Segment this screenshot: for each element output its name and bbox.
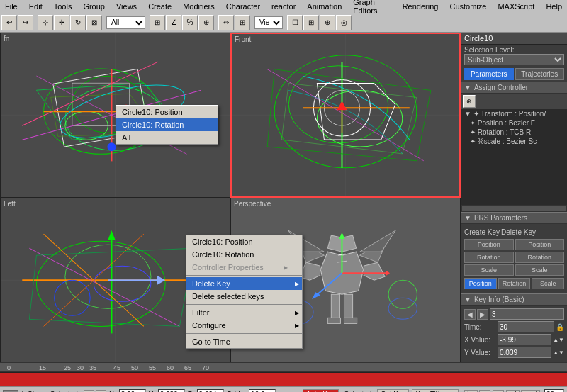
key-next-btn[interactable]: ▶ [477, 309, 488, 320]
status-x-spin-up[interactable]: ▲ [84, 390, 94, 393]
toolbar-snap[interactable]: ⊞ [150, 15, 165, 30]
toolbar-redo[interactable]: ↪ [18, 15, 33, 30]
status-x-input[interactable] [119, 389, 146, 393]
create-position-btn[interactable]: Position [464, 239, 514, 250]
toolbar-obj2[interactable]: ⊞ [303, 15, 319, 30]
y-value-label: Y Value: [464, 349, 496, 357]
ctx-rotation[interactable]: Circle10: Rotation [186, 248, 302, 261]
menu-views[interactable]: Views [114, 2, 139, 11]
x-value-spinner[interactable]: ▲▼ [553, 337, 564, 343]
y-value-spinner[interactable]: ▲▼ [553, 349, 564, 356]
toolbar-undo[interactable]: ↩ [1, 15, 17, 30]
ctrl-assign-btn[interactable]: ⊕ [463, 95, 476, 108]
menu-reactor[interactable]: reactor [269, 2, 298, 11]
ctx-controller-properties[interactable]: Controller Properties ▶ [186, 261, 302, 274]
menu-customize[interactable]: Customize [447, 2, 488, 11]
menu-file[interactable]: File [3, 2, 20, 11]
toolbar-select[interactable]: ⊹ [38, 15, 53, 30]
prs-section-header: ▼ PRS Parameters [461, 212, 567, 224]
ctx-goto-time[interactable]: Go to Time [186, 335, 302, 348]
key-time-row: Time: 🔒 [464, 321, 564, 332]
key-info-header: ▼ Key Info (Basic) [461, 293, 567, 306]
main-area: fn [0, 33, 567, 362]
auto-key-button[interactable]: Auto Key [303, 389, 339, 393]
ctrl-scale[interactable]: ✦ %scale : Bezier Sc [461, 137, 567, 146]
toolbar-obj1[interactable]: ☐ [287, 15, 303, 30]
menu-animation[interactable]: Animation [305, 2, 344, 11]
active-position-btn[interactable]: Position [464, 278, 497, 289]
ctrl-transform[interactable]: ▼ ✦ Transform : Position/ [461, 109, 567, 118]
create-key-label: Create Key [464, 227, 500, 237]
timeline-area[interactable] [0, 372, 567, 386]
set-key-button[interactable]: Set Key [377, 389, 409, 393]
time-input[interactable] [498, 321, 554, 332]
key-prev-btn[interactable]: ◀ [464, 309, 476, 320]
delete-position-btn[interactable]: Position [515, 239, 565, 250]
prs-collapse-icon[interactable]: ▼ [464, 214, 471, 222]
menu-group[interactable]: Group [81, 2, 107, 11]
svg-marker-34 [108, 230, 115, 240]
toolbar-obj3[interactable]: ⊕ [320, 15, 335, 30]
status-x-spin-down[interactable]: ▼ [96, 390, 106, 393]
key-number-input[interactable] [490, 308, 564, 320]
submenu-deletekey[interactable]: Circle10: Position Circle10: Rotation Al… [116, 105, 218, 145]
context-menu[interactable]: Circle10: Position Circle10: Rotation Co… [186, 235, 303, 349]
active-scale-btn[interactable]: Scale [532, 278, 564, 289]
status-z-input[interactable] [197, 389, 224, 393]
tab-trajectories[interactable]: Trajectories [515, 68, 565, 80]
menu-graph-editors[interactable]: Graph Editors [351, 0, 393, 15]
frame-input[interactable] [544, 389, 564, 393]
ctrl-rotation[interactable]: ✦ Rotation : TCB R [461, 128, 567, 137]
time-label: Time: [464, 323, 496, 331]
ctx-sep3 [186, 333, 302, 334]
x-value-input[interactable] [498, 334, 551, 345]
assign-controller-collapse-icon[interactable]: ▼ [464, 84, 471, 91]
ctrl-position[interactable]: ✦ Position : Bezier F [461, 118, 567, 128]
toolbar-spinner[interactable]: ⊕ [198, 15, 214, 30]
toolbar-obj4[interactable]: ◎ [336, 15, 352, 30]
controller-list-scrollbar[interactable] [461, 205, 567, 212]
toolbar-view-dropdown[interactable]: View [254, 16, 283, 29]
delete-rotation-btn[interactable]: Rotation [515, 252, 565, 263]
ctx-filter[interactable]: Filter [186, 306, 302, 319]
menu-character[interactable]: Character [224, 2, 262, 11]
ctx-configure[interactable]: Configure [186, 319, 302, 332]
toolbar-filter-dropdown[interactable]: All [106, 16, 145, 29]
status-y-input[interactable] [158, 389, 185, 393]
menu-rendering[interactable]: Rendering [400, 2, 441, 11]
ctx-position[interactable]: Circle10: Position [186, 235, 302, 248]
ctx-sep2 [186, 304, 302, 305]
toolbar-rotate[interactable]: ↻ [70, 15, 86, 30]
tab-parameters[interactable]: Parameters [464, 68, 514, 80]
key-filters-button[interactable]: Key Filters... [412, 389, 459, 393]
submenu-rotation[interactable]: Circle10: Rotation [116, 118, 218, 131]
status-grid-input[interactable] [249, 389, 276, 393]
y-value-input[interactable] [498, 347, 551, 358]
submenu-all[interactable]: All [116, 131, 218, 144]
selection-level-dropdown[interactable]: Sub-Object [464, 54, 564, 65]
toolbar: ↩ ↪ ⊹ ✛ ↻ ⊠ All ⊞ ∠ % ⊕ ⇔ ⊞ View ☐ ⊞ ⊕ ◎ [0, 13, 567, 33]
toolbar-move[interactable]: ✛ [54, 15, 69, 30]
key-info-collapse-icon[interactable]: ▼ [464, 296, 471, 303]
ctx-delete-key[interactable]: Delete Key [186, 277, 302, 290]
toolbar-angle-snap[interactable]: ∠ [166, 15, 181, 30]
menu-tools[interactable]: Tools [52, 2, 74, 11]
delete-scale-btn[interactable]: Scale [515, 264, 565, 276]
create-rotation-btn[interactable]: Rotation [464, 252, 514, 263]
menu-maxscript[interactable]: MAXScript [495, 2, 537, 11]
menu-help[interactable]: Help [544, 2, 564, 11]
object-name-box: Circle10 [461, 33, 567, 45]
toolbar-mirror[interactable]: ⇔ [218, 15, 234, 30]
menu-create[interactable]: Create [146, 2, 174, 11]
menu-modifiers[interactable]: Modifiers [181, 2, 217, 11]
ctx-delete-selected-keys[interactable]: Delete selected keys [186, 290, 302, 303]
toolbar-array[interactable]: ⊞ [235, 15, 250, 30]
active-rotation-btn[interactable]: Rotation [498, 278, 531, 289]
menu-edit[interactable]: Edit [27, 2, 45, 11]
toolbar-scale[interactable]: ⊠ [86, 15, 102, 30]
time-lock-icon[interactable]: 🔒 [556, 323, 564, 331]
create-scale-btn[interactable]: Scale [464, 264, 514, 276]
submenu-position[interactable]: Circle10: Position [116, 106, 218, 118]
viewport-topright[interactable]: Front [230, 33, 461, 198]
toolbar-percent-snap[interactable]: % [182, 15, 198, 30]
